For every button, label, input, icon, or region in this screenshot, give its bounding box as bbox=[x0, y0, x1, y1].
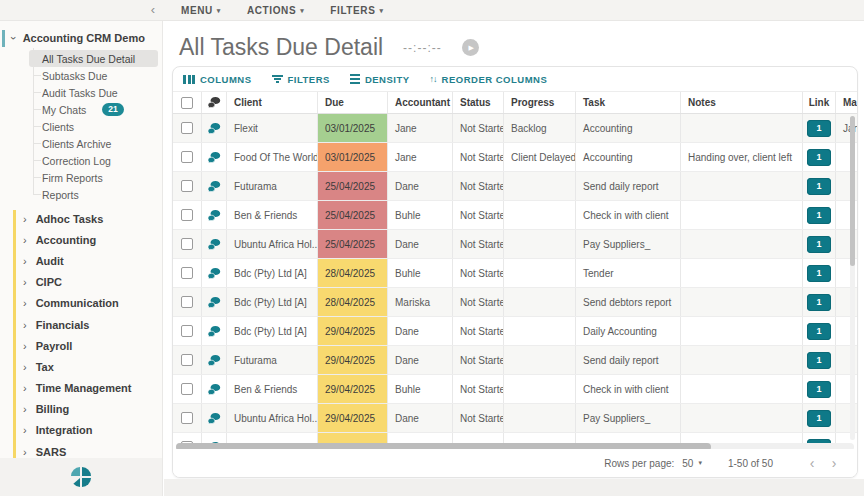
chat-icon[interactable] bbox=[207, 209, 221, 222]
sidebar-group[interactable]: › Financials bbox=[0, 314, 162, 335]
chat-icon[interactable] bbox=[207, 383, 221, 396]
sidebar-group[interactable]: › Integration bbox=[0, 420, 162, 441]
table-row[interactable]: Bdc (Pty) Ltd [A] 29/04/2025 Jane Not St… bbox=[173, 433, 857, 443]
sidebar-item[interactable]: Firm Reports bbox=[29, 169, 158, 186]
filters-button[interactable]: FILTERS bbox=[272, 74, 330, 85]
sidebar-item[interactable]: Subtasks Due bbox=[29, 67, 158, 84]
link-button[interactable]: 1 bbox=[807, 178, 830, 195]
actions-dropdown[interactable]: ACTIONS▾ bbox=[247, 5, 304, 16]
sidebar-group[interactable]: › CIPC bbox=[0, 272, 162, 293]
chat-icon[interactable] bbox=[207, 267, 221, 280]
column-header-client[interactable]: Client bbox=[227, 92, 318, 113]
task-cell: Send daily report bbox=[576, 172, 681, 200]
sidebar-group[interactable]: › Communication bbox=[0, 293, 162, 314]
filters-dropdown[interactable]: FILTERS▾ bbox=[330, 5, 383, 16]
column-header-manager[interactable]: Manager bbox=[836, 92, 858, 113]
link-button[interactable]: 1 bbox=[807, 120, 830, 137]
sidebar-item[interactable]: Clients Archive bbox=[29, 135, 158, 152]
link-button[interactable]: 1 bbox=[807, 352, 830, 369]
sidebar-group[interactable]: › Audit bbox=[0, 250, 162, 271]
row-checkbox[interactable] bbox=[181, 412, 193, 424]
sidebar-group[interactable]: › Payroll bbox=[0, 335, 162, 356]
sidebar-item[interactable]: Audit Tasks Due bbox=[29, 84, 158, 101]
chat-icon[interactable] bbox=[207, 412, 221, 425]
table-row[interactable]: Ubuntu Africa Hol... 25/04/2025 Dane Not… bbox=[173, 230, 857, 259]
accountant-cell: Buhle bbox=[388, 201, 453, 229]
column-header-progress[interactable]: Progress bbox=[504, 92, 576, 113]
link-button[interactable]: 1 bbox=[807, 323, 830, 340]
sidebar-item[interactable]: All Tasks Due Detail bbox=[29, 50, 158, 67]
column-header-notes[interactable]: Notes bbox=[681, 92, 803, 113]
sidebar-item[interactable]: Reports bbox=[29, 186, 158, 203]
sidebar-item[interactable]: My Chats 21 bbox=[29, 101, 158, 118]
column-header-link[interactable]: Link bbox=[803, 92, 836, 113]
link-button[interactable]: 1 bbox=[807, 236, 830, 253]
column-header-due[interactable]: Due bbox=[318, 92, 388, 113]
row-checkbox[interactable] bbox=[181, 151, 193, 163]
row-checkbox[interactable] bbox=[181, 180, 193, 192]
link-button[interactable]: 1 bbox=[807, 410, 830, 427]
sidebar-collapse-icon[interactable]: ‹ bbox=[144, 0, 162, 21]
sidebar-group[interactable]: › Adhoc Tasks bbox=[0, 208, 162, 229]
menu-dropdown[interactable]: MENU▾ bbox=[181, 5, 221, 16]
link-button[interactable]: 1 bbox=[807, 265, 830, 282]
chat-icon[interactable] bbox=[207, 151, 221, 164]
table-row[interactable]: Futurama 25/04/2025 Dane Not Started Sen… bbox=[173, 172, 857, 201]
chat-icon[interactable] bbox=[207, 296, 221, 309]
row-checkbox[interactable] bbox=[181, 122, 193, 134]
table-row[interactable]: Ben & Friends 25/04/2025 Buhle Not Start… bbox=[173, 201, 857, 230]
previous-page-button[interactable]: ‹ bbox=[801, 455, 823, 471]
task-cell: Accounting bbox=[576, 143, 681, 171]
column-header-accountant[interactable]: Accountant bbox=[388, 92, 453, 113]
link-button[interactable]: 1 bbox=[807, 149, 830, 166]
table-row[interactable]: Futurama 29/04/2025 Dane Not Started Sen… bbox=[173, 346, 857, 375]
table-row[interactable]: Food Of The World 03/01/2025 Jane Not St… bbox=[173, 143, 857, 172]
sidebar-group[interactable]: › Billing bbox=[0, 399, 162, 420]
table-row[interactable]: Bdc (Pty) Ltd [A] 28/04/2025 Buhle Not S… bbox=[173, 259, 857, 288]
column-header-task[interactable]: Task bbox=[576, 92, 681, 113]
row-checkbox[interactable] bbox=[181, 354, 193, 366]
column-header-status[interactable]: Status bbox=[453, 92, 504, 113]
row-checkbox[interactable] bbox=[181, 325, 193, 337]
sidebar-group[interactable]: › SARS bbox=[0, 441, 162, 458]
chat-icon[interactable] bbox=[207, 180, 221, 193]
row-checkbox[interactable] bbox=[181, 238, 193, 250]
accountant-cell: Dane bbox=[388, 230, 453, 258]
table-row[interactable]: Ben & Friends 29/04/2025 Buhle Not Start… bbox=[173, 375, 857, 404]
chat-icon[interactable] bbox=[207, 238, 221, 251]
row-checkbox[interactable] bbox=[181, 383, 193, 395]
sidebar-item[interactable]: Correction Log bbox=[29, 152, 158, 169]
table-row[interactable]: Bdc (Pty) Ltd [A] 29/04/2025 Dane Not St… bbox=[173, 317, 857, 346]
row-checkbox[interactable] bbox=[181, 209, 193, 221]
link-button[interactable]: 1 bbox=[807, 381, 830, 398]
notes-cell bbox=[681, 201, 803, 229]
sidebar-root-accounting-crm-demo[interactable]: › Accounting CRM Demo bbox=[0, 25, 162, 50]
columns-button[interactable]: COLUMNS bbox=[183, 74, 252, 85]
sidebar-group[interactable]: › Tax bbox=[0, 356, 162, 377]
chat-icon[interactable] bbox=[207, 354, 221, 367]
density-button[interactable]: DENSITY bbox=[350, 74, 410, 85]
due-date-cell: 29/04/2025 bbox=[318, 375, 388, 403]
play-timer-button[interactable]: ▶ bbox=[462, 39, 479, 56]
rows-per-page-select[interactable]: 50 ▾ bbox=[682, 458, 702, 469]
chat-icon[interactable] bbox=[207, 122, 221, 135]
row-checkbox[interactable] bbox=[181, 267, 193, 279]
next-page-button[interactable]: › bbox=[823, 455, 845, 471]
table-row[interactable]: Flexit 03/01/2025 Jane Not Started Backl… bbox=[173, 114, 857, 143]
sidebar-item[interactable]: Clients bbox=[29, 118, 158, 135]
sidebar-root-label: Accounting CRM Demo bbox=[23, 32, 145, 44]
due-date-cell: 29/04/2025 bbox=[318, 433, 388, 443]
table-row[interactable]: Bdc (Pty) Ltd [A] 28/04/2025 Mariska Not… bbox=[173, 288, 857, 317]
row-checkbox[interactable] bbox=[181, 296, 193, 308]
select-all-checkbox[interactable] bbox=[181, 97, 193, 109]
notes-cell bbox=[681, 404, 803, 432]
table-row[interactable]: Ubuntu Africa Hol... 29/04/2025 Dane Not… bbox=[173, 404, 857, 433]
sidebar-group[interactable]: › Time Management bbox=[0, 378, 162, 399]
link-button[interactable]: 1 bbox=[807, 207, 830, 224]
vertical-scrollbar[interactable] bbox=[850, 116, 855, 440]
vertical-scrollbar-thumb[interactable] bbox=[850, 116, 855, 266]
chat-icon[interactable] bbox=[207, 325, 221, 338]
reorder-columns-button[interactable]: ↑↓ REORDER COLUMNS bbox=[430, 74, 548, 85]
link-button[interactable]: 1 bbox=[807, 294, 830, 311]
sidebar-group[interactable]: › Accounting bbox=[0, 229, 162, 250]
